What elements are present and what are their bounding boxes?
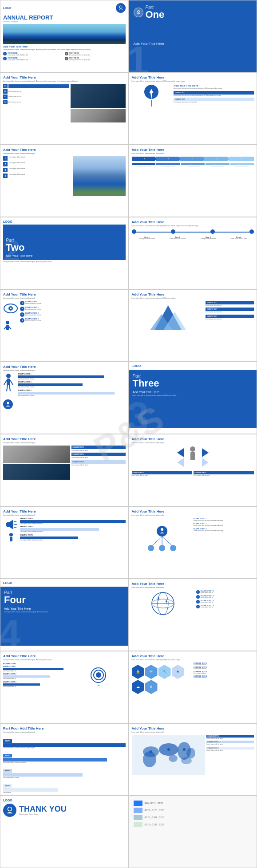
svg-rect-21	[6, 523, 8, 526]
globe-item-2: 2 EXAMPLE TEXT 2Lorem ipsum dolor sit	[196, 595, 254, 599]
part3-logo-slide: LOGO 3 Part Three Add Your Title Here Lo…	[129, 362, 257, 434]
list-item-4: 4 Lorem ipsum dolor sit amet	[3, 174, 71, 178]
p3-ex-1: EXAMPLE TEXT 1	[132, 471, 192, 474]
step-bar-1: STEP 1 Lorem ipsum dolor sit amet consec…	[3, 735, 126, 749]
num-item-2: 2 EXAMPLE TEXT 2Lorem ipsum dolor sit am…	[20, 307, 126, 311]
item-02: 02 Lorem ipsum dolor sit	[3, 89, 69, 94]
mega-item-3: EXAMPLE TEXT 3 Lorem ipsum dolor sit ame…	[20, 534, 126, 541]
build-ex-2: EXAMPLE TEXT 2	[71, 453, 125, 456]
world-map-area	[132, 735, 206, 775]
slide-3-right: Add Your Title Here Lorem ipsum dolor si…	[129, 145, 257, 217]
globe-item-4: 4 EXAMPLE TEXT 4Lorem ipsum dolor sit	[196, 605, 254, 608]
globe-item-3: 3 EXAMPLE TEXT 3Lorem ipsum dolor sit	[196, 600, 254, 604]
step-3: Step 3 Lorem ipsum dolor sit amet	[193, 236, 223, 240]
svg-point-41	[166, 600, 167, 602]
slide-2-left: Add Your Title Here Lorem ipsum dolor si…	[0, 72, 129, 145]
tour-item-3: EXAMPLE TEXT 3 Lorem ipsum dolor sit	[194, 671, 254, 675]
bar-item-2: EXAMPLE TEXT 2 Lorem ipsum dolor sit ame…	[18, 381, 126, 388]
num-item-4: 4 EXAMPLE TEXT 4Lorem ipsum dolor sit am…	[20, 318, 126, 323]
chevron-row: 1 2 3 4 5	[132, 157, 254, 161]
svg-point-27	[157, 526, 167, 537]
num-item-3: 3 EXAMPLE TEXT 3Lorem ipsum dolor sit am…	[20, 312, 126, 317]
hexagon-slide-left: Add Your Title Here Lorem ipsum dolor si…	[0, 651, 129, 723]
hex-grid: 🔒 ✉ 🔧 ★ ☁ ⊕	[132, 663, 192, 694]
num-item-1: 1 EXAMPLE TEXT 1Lorem ipsum dolor sit am…	[20, 301, 126, 305]
svg-point-32	[159, 545, 165, 551]
row-8: Add Your Title Here Lorem ipsum dolor si…	[0, 506, 257, 579]
pins-title: Add Your Title Here	[132, 509, 254, 513]
globe-title: Add Your Title Here	[132, 582, 254, 586]
slide-2-right: Add Your Title Here Lorem ipsum dolor si…	[129, 72, 257, 145]
hexagon-slide-right: Add Your Title Here Lorem ipsum dolor si…	[129, 651, 257, 723]
row-2: Add Your Title Here Lorem ipsum dolor si…	[0, 72, 257, 145]
tour-title: Add Your Title Here	[132, 654, 254, 658]
thank-you-text: THANK YOU	[19, 805, 67, 813]
svg-point-39	[158, 597, 159, 599]
worldmap-slide-right: Add Your Title Here Lorem ipsum dolor si…	[129, 723, 257, 796]
p3-ex-2: EXAMPLE TEXT 2	[194, 471, 254, 474]
part4-add-title: Add Your Title Here	[4, 607, 125, 610]
steps-title: Add Your Title Here	[132, 220, 254, 224]
megaphone-slide-left: Add Your Title Here Lorem ipsum dolor si…	[0, 506, 129, 579]
hex-title: Add Your Title Here	[3, 654, 126, 658]
step-2: Step 2 Lorem ipsum dolor sit amet	[162, 236, 193, 240]
steps-bars-left: Part Four Add Title Here Lorem ipsum dol…	[0, 723, 129, 796]
arrows-person-right: Add Your Title Here Lorem ipsum dolor si…	[129, 434, 257, 506]
svg-point-53	[8, 807, 12, 811]
thank-you-slide-left: LOGO THANK YOU Business Template	[0, 796, 129, 868]
part-one-add-title: Add Your Title Here	[134, 42, 253, 46]
step-bar-3: STEP 3 Lorem ipsum dolor sit amet	[3, 765, 126, 779]
list-item-2: 2 Lorem ipsum dolor sit amet	[3, 162, 71, 166]
slide3-right-title: Add Your Title Here	[132, 148, 254, 152]
svg-point-0	[119, 6, 122, 8]
build-ex-1: EXAMPLE TEXT 1	[71, 446, 125, 449]
swatch-4: R213 , G232 , B215	[134, 822, 253, 827]
arrows-row	[132, 446, 254, 469]
row-5: Add Your Title Here Lorem ipsum dolor si…	[0, 289, 257, 362]
slide3-left-title: Add Your Title Here	[3, 148, 126, 152]
svg-line-19	[9, 385, 10, 391]
logo-slide-left: LOGO 2 Part Two Add Your Title Here Lore…	[0, 217, 129, 289]
pin-ex-1: EXAMPLE TEXT 1 Lorem ipsum dolor sit ame…	[194, 518, 254, 522]
pins-slide-right: Add Your Title Here Lorem ipsum dolor si…	[129, 506, 257, 579]
timeline	[132, 232, 254, 233]
part2-logo-title: Add Your Title Here	[6, 254, 123, 257]
step-1: Step 1 Lorem ipsum dolor sit amet	[132, 236, 162, 240]
build-ex-3: EXAMPLE TEXT 3	[71, 460, 125, 464]
part-one-slide: 1 Part One Add Your Title Here	[129, 0, 257, 72]
item-example: 01	[3, 84, 69, 88]
svg-line-16	[4, 380, 7, 385]
building-title: Add Your Title Here	[3, 437, 126, 441]
slide2-left-title: Add Your Title Here	[3, 75, 126, 79]
row-7: Add Your Title Here Lorem ipsum dolor si…	[0, 434, 257, 506]
logo-left: LOGO	[3, 220, 126, 223]
slide-3-left: Add Your Title Here Lorem ipsum dolor si…	[0, 145, 129, 217]
steps-slide-right: Add Your Title Here Lorem ipsum dolor si…	[129, 217, 257, 289]
globe-icon	[132, 590, 194, 617]
svg-line-18	[7, 385, 8, 391]
svg-point-44	[142, 751, 156, 767]
eye-slide-left: Add Your Title Here Lorem ipsum dolor si…	[0, 289, 129, 362]
svg-point-50	[149, 750, 152, 753]
svg-rect-8	[6, 325, 9, 330]
megaphone-icon	[3, 518, 19, 545]
person-figure	[3, 373, 16, 409]
row-9: LOGO 4 Part Four Add Your Title Here Lor…	[0, 579, 257, 651]
logo-part3: LOGO	[132, 364, 254, 367]
svg-line-28	[151, 537, 162, 547]
eye-icon-area	[3, 301, 19, 335]
globe-slide-right: Add Your Title Here Lorem ipsum dolor si…	[129, 579, 257, 651]
pins-diagram	[132, 518, 192, 560]
svg-point-14	[6, 374, 11, 378]
exampletext-label: EXAMPLETEXT	[3, 663, 126, 665]
hex-ex-1: EXAMPLE TEXT 1 Lorem ipsum dolor sit	[3, 666, 70, 672]
step-4: Step 4 Lorem ipsum dolor sit amet	[223, 236, 254, 240]
mountain-title: Add Your Title Here	[132, 292, 254, 296]
row-12: LOGO THANK YOU Business Template R40 ,	[0, 796, 257, 868]
color-swatches-slide: R40 , G121 , B255 R127 , G175 , B255 R17…	[129, 796, 257, 868]
hex-ex-2: EXAMPLE TEXT 2 Lorem ipsum dolor sit	[3, 673, 70, 680]
steps-bars-title: Part Four Add Title Here	[3, 726, 126, 730]
svg-point-33	[170, 545, 176, 551]
part4-logo-slide: LOGO 4 Part Four Add Your Title Here Lor…	[0, 579, 129, 651]
tour-item-2: EXAMPLE TEXT 2 Lorem ipsum dolor sit	[194, 667, 254, 670]
